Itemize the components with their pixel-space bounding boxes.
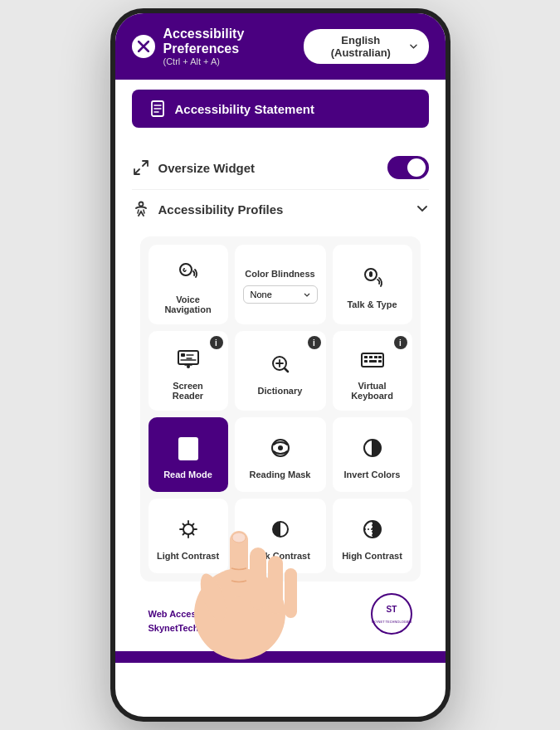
skynet-logo: ST SKYNET TECHNOLOGIES bbox=[371, 593, 412, 635]
grid-item-reading-mask[interactable]: Reading Mask bbox=[235, 417, 326, 492]
voice-navigation-label: Voice Navigation bbox=[157, 294, 220, 314]
dictionary-info-badge[interactable]: i bbox=[308, 336, 321, 349]
svg-rect-5 bbox=[178, 351, 198, 364]
header-title: Accessibility Preferences bbox=[163, 27, 304, 56]
svg-point-2 bbox=[180, 264, 192, 275]
virtual-keyboard-icon bbox=[358, 344, 387, 374]
read-mode-label: Read Mode bbox=[163, 470, 212, 479]
svg-rect-10 bbox=[364, 356, 368, 358]
profiles-left: Accessibility Profiles bbox=[132, 200, 284, 218]
high-contrast-icon bbox=[358, 514, 387, 544]
phone-frame: Accessibility Preferences (Ctrl + Alt + … bbox=[110, 8, 450, 722]
color-blindness-label: Color Blindness bbox=[245, 269, 314, 279]
virtual-keyboard-info-badge[interactable]: i bbox=[394, 336, 407, 349]
screen-reader-label: Screen Reader bbox=[157, 381, 220, 401]
grid-item-dictionary[interactable]: i Dictionary bbox=[235, 331, 326, 411]
grid-item-virtual-keyboard[interactable]: i Virtual Keyboard bbox=[333, 331, 412, 411]
screen-reader-info-badge[interactable]: i bbox=[210, 336, 223, 349]
high-contrast-label: High Contrast bbox=[342, 551, 402, 561]
grid-item-light-contrast[interactable]: Light Contrast bbox=[149, 499, 228, 573]
profiles-label: Accessibility Profiles bbox=[158, 202, 284, 217]
svg-rect-15 bbox=[378, 356, 382, 358]
svg-text:ST: ST bbox=[386, 605, 397, 614]
svg-rect-14 bbox=[369, 360, 377, 363]
header-left: Accessibility Preferences (Ctrl + Alt + … bbox=[132, 27, 304, 66]
oversize-widget-label: Oversize Widget bbox=[158, 161, 256, 175]
accessibility-icon bbox=[132, 200, 150, 218]
svg-point-3 bbox=[183, 268, 185, 270]
close-button[interactable] bbox=[132, 35, 155, 58]
footer-text: Web Accessibility S... SkynetTechnologi.… bbox=[149, 607, 242, 635]
svg-text:SKYNET TECHNOLOGIES: SKYNET TECHNOLOGIES bbox=[371, 620, 411, 624]
svg-rect-16 bbox=[378, 360, 382, 363]
grid-item-screen-reader[interactable]: i Screen Reader bbox=[149, 331, 228, 411]
dark-contrast-icon bbox=[265, 514, 295, 544]
document-icon bbox=[149, 100, 167, 118]
light-contrast-icon bbox=[173, 514, 203, 544]
accessibility-statement-bar[interactable]: Accessibility Statement bbox=[132, 90, 429, 128]
header-title-group: Accessibility Preferences (Ctrl + Alt + … bbox=[163, 27, 304, 66]
grid-item-voice-navigation[interactable]: Voice Navigation bbox=[149, 245, 228, 324]
profiles-row: Accessibility Profiles bbox=[132, 190, 429, 228]
content-area: Oversize Widget Accessibility Profiles bbox=[115, 138, 446, 651]
light-contrast-label: Light Contrast bbox=[157, 551, 219, 561]
read-mode-icon bbox=[173, 433, 203, 463]
reading-mask-icon bbox=[265, 433, 295, 463]
virtual-keyboard-label: Virtual Keyboard bbox=[341, 381, 404, 401]
svg-point-19 bbox=[278, 445, 283, 450]
screen-reader-icon bbox=[173, 344, 203, 374]
invert-colors-icon bbox=[358, 433, 387, 463]
svg-rect-11 bbox=[369, 356, 373, 358]
dictionary-label: Dictionary bbox=[258, 386, 303, 396]
svg-rect-13 bbox=[364, 360, 368, 363]
resize-icon bbox=[132, 158, 150, 177]
talk-type-label: Talk & Type bbox=[347, 299, 397, 309]
dictionary-icon bbox=[265, 349, 295, 379]
color-blindness-select[interactable]: None bbox=[243, 285, 318, 304]
bottom-bar bbox=[115, 651, 446, 663]
grid-item-high-contrast[interactable]: High Contrast bbox=[333, 499, 412, 573]
talk-type-icon bbox=[358, 263, 387, 293]
oversize-widget-toggle[interactable] bbox=[387, 156, 429, 179]
dark-contrast-label: Dark Contrast bbox=[250, 551, 310, 561]
svg-rect-12 bbox=[374, 356, 377, 358]
svg-rect-17 bbox=[179, 438, 197, 460]
grid-item-dark-contrast[interactable]: Dark Contrast bbox=[235, 499, 326, 573]
language-selector[interactable]: English (Australian) bbox=[304, 29, 428, 64]
header-subtitle: (Ctrl + Alt + A) bbox=[163, 56, 304, 66]
voice-icon bbox=[173, 258, 203, 288]
oversize-widget-row: Oversize Widget bbox=[132, 146, 429, 190]
oversize-widget-left: Oversize Widget bbox=[132, 158, 256, 177]
statement-label: Accessibility Statement bbox=[175, 102, 314, 116]
accessibility-grid: Voice Navigation Color Blindness None Ta… bbox=[140, 236, 421, 582]
svg-rect-6 bbox=[181, 353, 185, 357]
grid-item-read-mode[interactable]: Read Mode bbox=[149, 417, 228, 492]
reading-mask-label: Reading Mask bbox=[250, 470, 311, 479]
footer: Web Accessibility S... SkynetTechnologi.… bbox=[132, 582, 429, 643]
chevron-down-icon bbox=[416, 202, 429, 216]
grid-item-color-blindness[interactable]: Color Blindness None bbox=[235, 245, 326, 324]
grid-item-invert-colors[interactable]: Invert Colors bbox=[333, 417, 412, 492]
grid-item-talk-type[interactable]: Talk & Type bbox=[333, 245, 412, 324]
invert-colors-label: Invert Colors bbox=[344, 470, 401, 479]
header: Accessibility Preferences (Ctrl + Alt + … bbox=[115, 13, 446, 80]
svg-point-1 bbox=[139, 202, 143, 207]
svg-point-23 bbox=[372, 594, 411, 634]
